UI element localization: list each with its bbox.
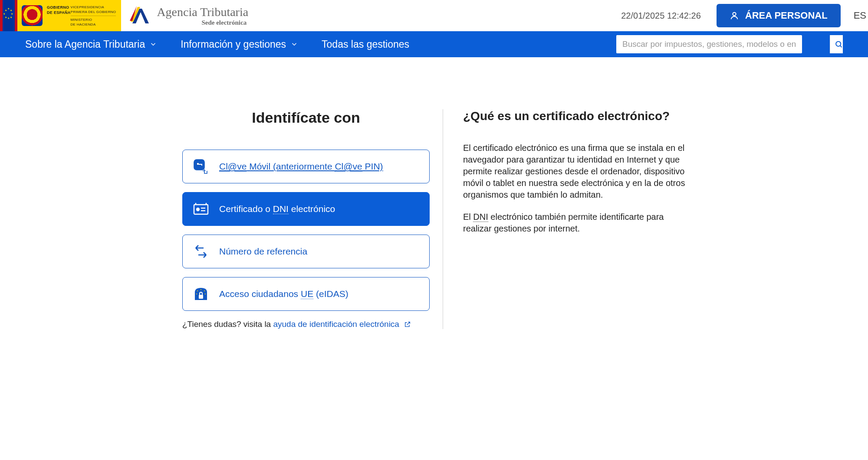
area-personal-button[interactable]: ÁREA PERSONAL <box>717 4 841 27</box>
language-selector[interactable]: ES <box>854 10 866 21</box>
main-content: Identifícate con Cl@ve Móvil (anteriorme… <box>0 57 868 329</box>
agencia-mark-icon <box>130 6 151 25</box>
eu-flag-strip: ★★ ★★ ★★ ★★ <box>0 0 17 31</box>
agencia-title: Agencia Tributaria <box>157 5 248 19</box>
coat-of-arms-icon <box>22 5 43 26</box>
search-input[interactable] <box>622 39 796 49</box>
govt-badge: ★★ ★★ ★★ ★★ GOBIERNO DE ESPAÑA VICEPRESI… <box>0 0 121 31</box>
agencia-subtitle: Sede electrónica <box>157 19 248 26</box>
nav-label: Información y gestiones <box>181 39 286 50</box>
eu-lock-icon <box>192 285 210 303</box>
area-personal-label: ÁREA PERSONAL <box>745 10 828 21</box>
search-icon <box>835 40 843 49</box>
help-line: ¿Tienes dudas? visita la ayuda de identi… <box>182 320 430 329</box>
svg-rect-5 <box>194 205 208 214</box>
nav-item-todas[interactable]: Todas las gestiones <box>322 39 409 50</box>
external-link-icon <box>404 321 411 328</box>
nav-label: Todas las gestiones <box>322 39 409 50</box>
header-top: ★★ ★★ ★★ ★★ GOBIERNO DE ESPAÑA VICEPRESI… <box>0 0 868 31</box>
certificate-icon <box>192 200 210 218</box>
svg-point-0 <box>733 13 736 16</box>
info-column: ¿Qué es un certificado electrónico? El c… <box>443 109 686 329</box>
svg-point-1 <box>836 42 841 46</box>
svg-point-13 <box>196 294 197 294</box>
help-prefix: ¿Tienes dudas? visita la <box>182 320 273 329</box>
govt-line3b: DE HACIENDA <box>71 23 116 26</box>
svg-point-9 <box>197 290 198 291</box>
svg-point-10 <box>201 289 201 290</box>
chevron-down-icon <box>149 40 157 48</box>
timestamp: 22/01/2025 12:42:26 <box>621 11 701 21</box>
govt-line1a: GOBIERNO <box>47 5 71 10</box>
clave-icon <box>192 158 210 175</box>
govt-line2a: VICEPRESIDENCIA <box>71 5 116 9</box>
info-paragraph-2: El DNI electrónico también permite ident… <box>463 211 686 235</box>
nav-bar: Sobre la Agencia Tributaria Información … <box>0 31 868 57</box>
search-box[interactable] <box>616 35 802 53</box>
auth-option-eidas[interactable]: Acceso ciudadanos UE (eIDAS) <box>182 277 430 311</box>
svg-point-11 <box>204 290 205 291</box>
govt-line2b: PRIMERA DEL GOBIERNO <box>71 10 116 14</box>
svg-line-2 <box>840 46 842 47</box>
info-paragraph-1: El certificado electrónico es una firma … <box>463 142 686 201</box>
auth-label-referencia: Número de referencia <box>219 246 307 257</box>
svg-point-6 <box>197 208 199 211</box>
reference-icon <box>192 243 210 260</box>
identify-title: Identifícate con <box>182 109 430 126</box>
govt-line3a: MINISTERIO <box>71 18 116 22</box>
auth-option-referencia[interactable]: Número de referencia <box>182 235 430 268</box>
auth-label-clave: Cl@ve Móvil (anteriormente Cl@ve PIN) <box>219 161 383 172</box>
nav-label: Sobre la Agencia Tributaria <box>25 39 145 50</box>
search-button[interactable] <box>830 35 843 53</box>
chevron-down-icon <box>290 40 298 48</box>
govt-text: GOBIERNO DE ESPAÑA VICEPRESIDENCIA PRIME… <box>47 5 116 26</box>
govt-line1b: DE ESPAÑA <box>47 10 71 15</box>
person-icon <box>730 11 739 20</box>
help-link[interactable]: ayuda de identificación electrónica <box>273 320 399 329</box>
auth-option-clave[interactable]: Cl@ve Móvil (anteriormente Cl@ve PIN) <box>182 150 430 183</box>
nav-item-sobre[interactable]: Sobre la Agencia Tributaria <box>25 39 157 50</box>
nav-item-informacion[interactable]: Información y gestiones <box>181 39 298 50</box>
identify-column: Identifícate con Cl@ve Móvil (anteriorme… <box>182 109 443 329</box>
agencia-logo[interactable]: Agencia Tributaria Sede electrónica <box>121 5 257 26</box>
auth-label-certificado: Certificado o DNI electrónico <box>219 204 335 214</box>
auth-label-eidas: Acceso ciudadanos UE (eIDAS) <box>219 289 349 299</box>
svg-point-12 <box>205 294 206 294</box>
info-title: ¿Qué es un certificado electrónico? <box>463 109 686 123</box>
svg-rect-14 <box>199 295 203 299</box>
auth-option-certificado[interactable]: Certificado o DNI electrónico <box>182 192 430 226</box>
